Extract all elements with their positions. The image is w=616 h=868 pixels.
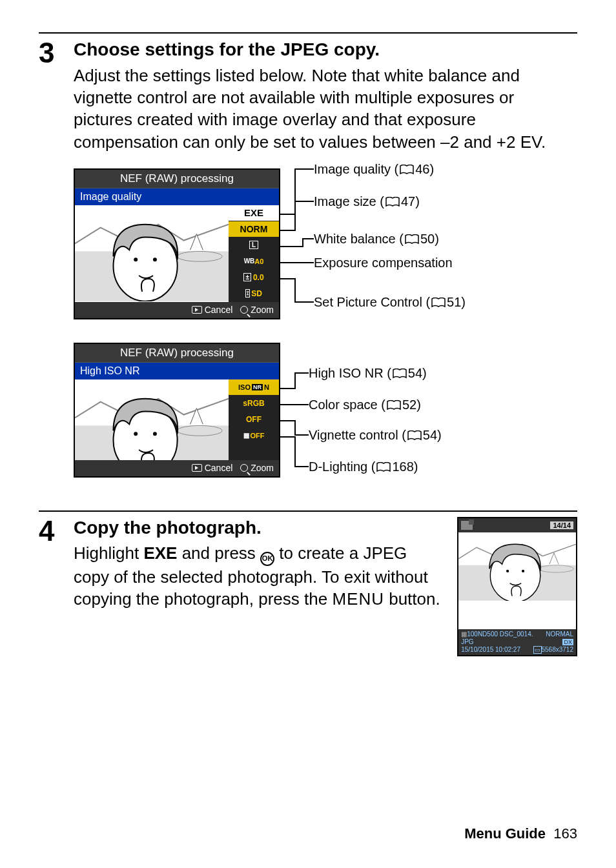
callout-d-lighting: D-Lighting (168) <box>309 459 418 474</box>
menu-item-color-space: sRGB <box>229 396 279 412</box>
portrait-illustration <box>75 205 229 301</box>
lcd-screen-2: NEF (RAW) processing High ISO NR <box>74 343 280 478</box>
step-number-4: 4 <box>39 517 62 545</box>
cancel-icon <box>192 464 202 472</box>
step-4-title: Copy the photograph. <box>74 517 442 539</box>
book-icon <box>385 197 400 207</box>
book-icon <box>405 234 419 245</box>
menu-item-vignette: OFF <box>229 412 279 428</box>
lcd2-cancel: Cancel <box>205 463 233 473</box>
book-icon <box>431 298 446 308</box>
screen-1-block: NEF (RAW) processing Image quality <box>74 168 577 323</box>
portrait-illustration <box>458 532 576 601</box>
menu-item-exe: EXE <box>229 205 279 221</box>
lcd2-footer: Cancel Zoom <box>75 460 279 476</box>
svg-point-17 <box>522 570 524 572</box>
result-footer: ▦100ND500 DSC_0014. JPG 15/10/2015 10:02… <box>458 629 576 655</box>
callout-vignette-control: Vignette control (54) <box>309 428 442 443</box>
lcd2-zoom: Zoom <box>251 463 274 473</box>
result-folder: 100ND500 <box>467 631 498 638</box>
lcd2-menu: ISONRN sRGB OFF ▦OFF <box>229 379 279 460</box>
step-4-body: Highlight EXE and press OK to create a J… <box>74 542 442 610</box>
lcd1-cancel: Cancel <box>205 305 233 315</box>
menu-spacer <box>229 444 279 460</box>
book-icon <box>376 462 391 472</box>
lcd2-subtitle: High ISO NR <box>75 363 279 379</box>
svg-point-5 <box>153 257 157 261</box>
result-lcd: 14/14 <box>457 517 577 656</box>
result-date: 15/10/2015 10:02:27 <box>461 646 520 653</box>
step-number-3: 3 <box>39 39 62 67</box>
lcd1-footer: Cancel Zoom <box>75 302 279 318</box>
menu-item-dlighting: ▦OFF <box>229 428 279 444</box>
menu-item-norm: NORM <box>229 221 279 237</box>
zoom-icon <box>240 464 248 472</box>
menu-item-size: L <box>229 237 279 254</box>
lcd1-illustration <box>75 205 229 302</box>
menu-item-picture-control: ⟟ SD <box>229 286 279 302</box>
cancel-icon <box>192 306 202 314</box>
svg-point-4 <box>134 257 138 261</box>
lcd2-title: NEF (RAW) processing <box>75 344 279 363</box>
result-crop: DX <box>562 639 573 645</box>
page-footer: Menu Guide 163 <box>464 825 577 842</box>
svg-point-11 <box>153 432 157 436</box>
callout-image-quality: Image quality (46) <box>314 162 434 177</box>
lcd1-zoom: Zoom <box>251 305 274 315</box>
svg-point-16 <box>506 570 509 572</box>
callout-high-iso-nr: High ISO NR (54) <box>309 366 427 381</box>
lcd2-illustration <box>75 379 229 460</box>
portrait-illustration <box>75 379 229 460</box>
exe-label: EXE <box>143 543 177 563</box>
step-3: 3 Choose settings for the JPEG copy. Adj… <box>39 32 577 491</box>
result-illustration <box>458 532 576 629</box>
footer-page: 163 <box>553 825 577 842</box>
zoom-icon <box>240 306 248 314</box>
step-3-title: Choose settings for the JPEG copy. <box>74 39 577 61</box>
svg-point-10 <box>134 432 138 436</box>
lcd-screen-1: NEF (RAW) processing Image quality <box>74 168 280 319</box>
step-3-body: Adjust the settings listed below. Note t… <box>74 65 577 153</box>
book-icon <box>400 165 414 175</box>
book-icon <box>393 368 407 379</box>
menu-button-label: MENU <box>332 589 384 609</box>
step-4: 4 Copy the photograph. Highlight EXE and… <box>39 510 577 656</box>
book-icon <box>387 400 401 410</box>
menu-item-exposure: ± 0.0 <box>229 270 279 286</box>
menu-item-wb: WB A0 <box>229 254 279 270</box>
lcd1-subtitle: Image quality <box>75 188 279 205</box>
menu-item-iso-nr: ISONRN <box>229 379 279 396</box>
callout-exposure-compensation: Exposure compensation <box>314 256 453 270</box>
result-quality: NORMAL <box>546 631 573 638</box>
book-icon <box>407 430 422 441</box>
ok-icon: OK <box>260 552 274 566</box>
frame-counter: 14/14 <box>550 521 573 529</box>
callout-picture-control: Set Picture Control (51) <box>314 295 466 310</box>
callout-image-size: Image size (47) <box>314 194 420 209</box>
screen-2-block: NEF (RAW) processing High ISO NR <box>74 343 577 491</box>
lcd1-title: NEF (RAW) processing <box>75 170 279 188</box>
footer-label: Menu Guide <box>464 825 546 842</box>
retouch-icon <box>461 521 473 530</box>
callout-white-balance: White balance (50) <box>314 232 439 247</box>
callout-color-space: Color space (52) <box>309 398 421 412</box>
result-dimensions: 5568x3712 <box>542 646 574 653</box>
lcd1-menu: EXE NORM L WB A0 ± 0.0 ⟟ <box>229 205 279 302</box>
